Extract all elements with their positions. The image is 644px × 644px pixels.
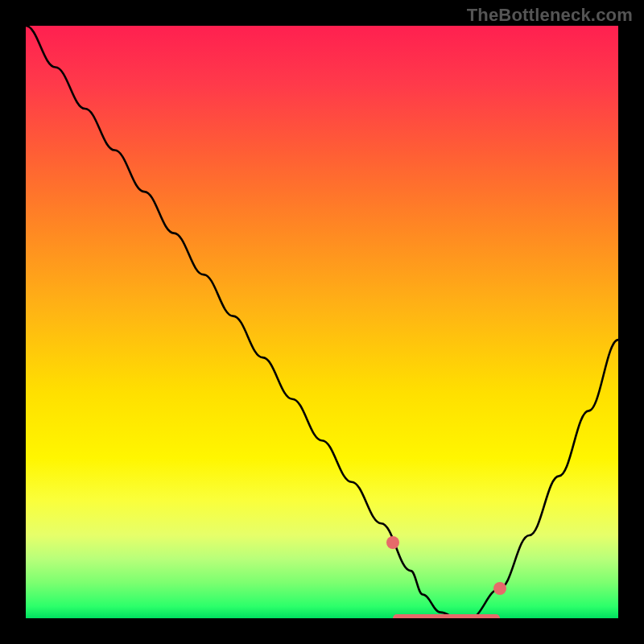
plot-area — [26, 26, 618, 618]
optimal-range-cap-left — [386, 536, 399, 549]
curve-svg — [26, 26, 618, 618]
bottleneck-curve-path — [26, 26, 618, 618]
optimal-range-cap-right — [493, 582, 506, 595]
chart-frame: TheBottleneck.com — [0, 0, 644, 644]
watermark-text: TheBottleneck.com — [467, 5, 633, 26]
optimal-range-bar — [393, 614, 499, 618]
